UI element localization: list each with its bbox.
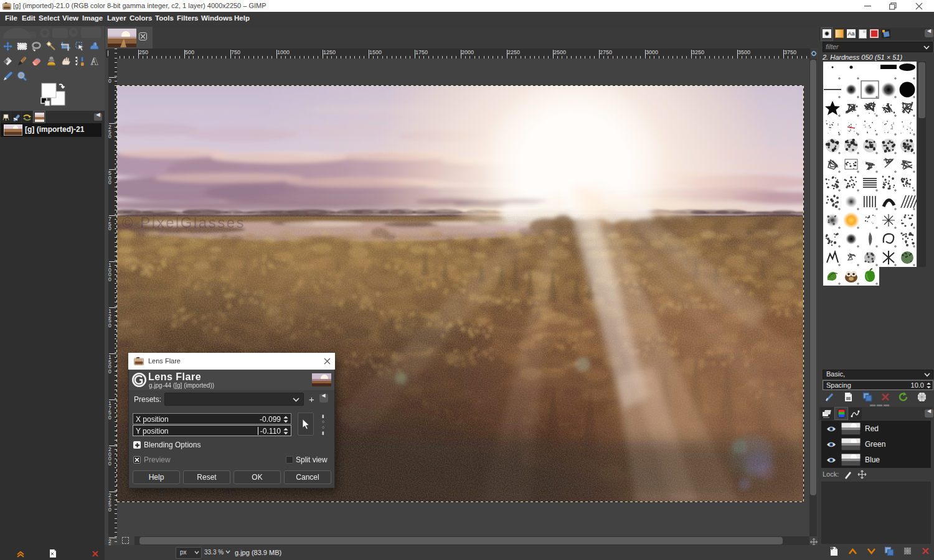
svg-text:© PixelGlasses: © PixelGlasses bbox=[122, 214, 245, 231]
svg-text:A: A bbox=[91, 56, 98, 67]
